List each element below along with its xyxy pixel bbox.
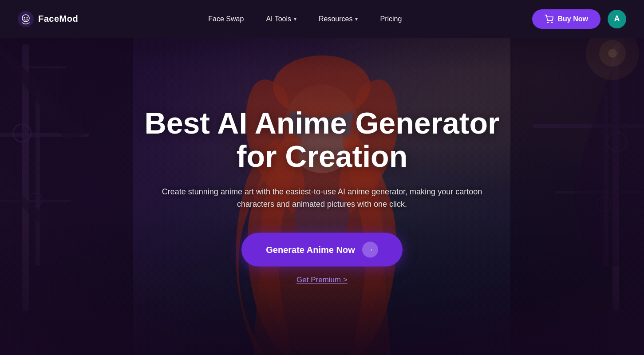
nav-resources[interactable]: Resources ▾ (319, 15, 358, 23)
svg-point-5 (551, 22, 552, 23)
hero-content: Best AI Anime Generator for Creation Cre… (122, 106, 522, 284)
hero-cta-group: Generate Anime Now → Get Premium > (122, 233, 522, 284)
user-avatar[interactable]: A (608, 10, 626, 28)
svg-point-2 (24, 17, 25, 18)
facemod-logo-icon (18, 11, 34, 27)
arrow-circle-icon: → (362, 242, 378, 258)
nav-face-swap[interactable]: Face Swap (208, 15, 244, 23)
nav-links: Face Swap AI Tools ▾ Resources ▾ Pricing (208, 15, 402, 23)
cart-icon (545, 15, 553, 24)
nav-pricing[interactable]: Pricing (380, 15, 402, 23)
brand-name: FaceMod (38, 14, 78, 24)
avatar-letter: A (614, 14, 620, 24)
nav-ai-tools[interactable]: AI Tools ▾ (266, 15, 296, 23)
navbar-actions: Buy Now A (532, 9, 626, 29)
svg-point-3 (27, 17, 28, 18)
get-premium-link[interactable]: Get Premium > (296, 276, 348, 284)
generate-btn-label: Generate Anime Now (266, 245, 355, 255)
hero-title: Best AI Anime Generator for Creation (122, 106, 522, 173)
hero-subtitle: Create stunning anime art with the easie… (149, 185, 495, 211)
hero-section: Best AI Anime Generator for Creation Cre… (0, 0, 644, 355)
ai-tools-chevron-icon: ▾ (294, 16, 296, 22)
resources-chevron-icon: ▾ (355, 16, 358, 22)
svg-point-4 (547, 22, 548, 23)
generate-anime-button[interactable]: Generate Anime Now → (241, 233, 402, 267)
buy-now-button[interactable]: Buy Now (532, 9, 601, 29)
navbar: FaceMod Face Swap AI Tools ▾ Resources ▾… (0, 0, 644, 38)
svg-point-0 (18, 11, 34, 27)
buy-now-label: Buy Now (558, 15, 588, 23)
brand-logo[interactable]: FaceMod (18, 11, 78, 27)
